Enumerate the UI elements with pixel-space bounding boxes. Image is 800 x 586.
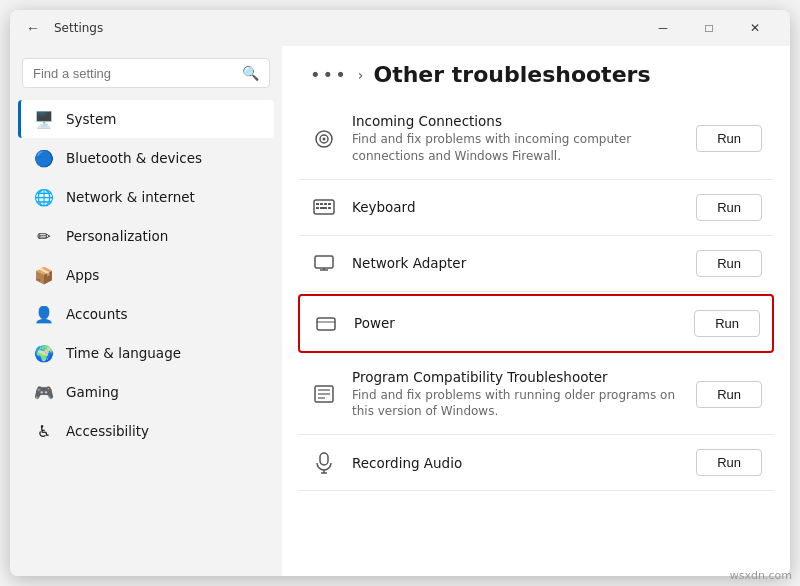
power-run-button[interactable]: Run xyxy=(694,310,760,337)
recording-audio-info: Recording Audio xyxy=(352,455,682,471)
troubleshooter-network-adapter: Network AdapterRun xyxy=(298,236,774,292)
breadcrumb-arrow: › xyxy=(358,67,364,83)
search-icon-button[interactable]: 🔍 xyxy=(242,65,259,81)
content-area: 🔍 🖥️System🔵Bluetooth & devices🌐Network &… xyxy=(10,46,790,576)
watermark: wsxdn.com xyxy=(730,569,792,582)
titlebar-left: ← Settings xyxy=(22,18,103,38)
accounts-icon: 👤 xyxy=(34,304,54,324)
breadcrumb-dots: ••• xyxy=(310,64,348,85)
incoming-icon xyxy=(310,128,338,150)
recording-audio-icon xyxy=(310,452,338,474)
sidebar-item-personalization[interactable]: ✏️Personalization xyxy=(18,217,274,255)
personalization-icon: ✏️ xyxy=(34,226,54,246)
incoming-desc: Find and fix problems with incoming comp… xyxy=(352,131,682,165)
search-input[interactable] xyxy=(33,66,242,81)
sidebar-item-network[interactable]: 🌐Network & internet xyxy=(18,178,274,216)
sidebar-label-personalization: Personalization xyxy=(66,228,168,244)
sidebar-item-gaming[interactable]: 🎮Gaming xyxy=(18,373,274,411)
svg-rect-9 xyxy=(320,207,327,209)
sidebar-label-time: Time & language xyxy=(66,345,181,361)
sidebar-label-gaming: Gaming xyxy=(66,384,119,400)
titlebar-controls: ─ □ ✕ xyxy=(640,12,778,44)
system-icon: 🖥️ xyxy=(34,109,54,129)
network-adapter-name: Network Adapter xyxy=(352,255,682,271)
program-compat-run-button[interactable]: Run xyxy=(696,381,762,408)
nav-list: 🖥️System🔵Bluetooth & devices🌐Network & i… xyxy=(10,100,282,450)
network-adapter-icon xyxy=(310,254,338,272)
sidebar-item-time[interactable]: 🌍Time & language xyxy=(18,334,274,372)
sidebar-label-bluetooth: Bluetooth & devices xyxy=(66,150,202,166)
svg-rect-4 xyxy=(316,203,319,205)
time-icon: 🌍 xyxy=(34,343,54,363)
sidebar-item-accessibility[interactable]: ♿Accessibility xyxy=(18,412,274,450)
page-title: Other troubleshooters xyxy=(373,62,650,87)
svg-rect-11 xyxy=(315,256,333,268)
gaming-icon: 🎮 xyxy=(34,382,54,402)
program-compat-info: Program Compatibility TroubleshooterFind… xyxy=(352,369,682,421)
apps-icon: 📦 xyxy=(34,265,54,285)
sidebar-item-system[interactable]: 🖥️System xyxy=(18,100,274,138)
sidebar-label-system: System xyxy=(66,111,116,127)
recording-audio-run-button[interactable]: Run xyxy=(696,449,762,476)
sidebar-item-apps[interactable]: 📦Apps xyxy=(18,256,274,294)
network-adapter-info: Network Adapter xyxy=(352,255,682,271)
program-compat-desc: Find and fix problems with running older… xyxy=(352,387,682,421)
svg-rect-6 xyxy=(324,203,327,205)
svg-rect-8 xyxy=(316,207,319,209)
titlebar: ← Settings ─ □ ✕ xyxy=(10,10,790,46)
svg-rect-5 xyxy=(320,203,323,205)
keyboard-run-button[interactable]: Run xyxy=(696,194,762,221)
troubleshooter-list: Incoming ConnectionsFind and fix problem… xyxy=(282,99,790,491)
troubleshooter-program-compat: Program Compatibility TroubleshooterFind… xyxy=(298,355,774,436)
sidebar: 🔍 🖥️System🔵Bluetooth & devices🌐Network &… xyxy=(10,46,282,576)
minimize-button[interactable]: ─ xyxy=(640,12,686,44)
incoming-info: Incoming ConnectionsFind and fix problem… xyxy=(352,113,682,165)
settings-window: ← Settings ─ □ ✕ 🔍 🖥️System🔵Bluetooth & … xyxy=(10,10,790,576)
sidebar-label-network: Network & internet xyxy=(66,189,195,205)
close-button[interactable]: ✕ xyxy=(732,12,778,44)
troubleshooter-power: PowerRun xyxy=(298,294,774,353)
bluetooth-icon: 🔵 xyxy=(34,148,54,168)
incoming-name: Incoming Connections xyxy=(352,113,682,129)
program-compat-name: Program Compatibility Troubleshooter xyxy=(352,369,682,385)
keyboard-name: Keyboard xyxy=(352,199,682,215)
svg-point-2 xyxy=(323,137,326,140)
keyboard-info: Keyboard xyxy=(352,199,682,215)
troubleshooter-incoming: Incoming ConnectionsFind and fix problem… xyxy=(298,99,774,180)
power-info: Power xyxy=(354,315,680,331)
keyboard-icon xyxy=(310,199,338,215)
sidebar-label-apps: Apps xyxy=(66,267,99,283)
sidebar-label-accessibility: Accessibility xyxy=(66,423,149,439)
accessibility-icon: ♿ xyxy=(34,421,54,441)
svg-rect-20 xyxy=(320,453,328,465)
recording-audio-name: Recording Audio xyxy=(352,455,682,471)
sidebar-label-accounts: Accounts xyxy=(66,306,128,322)
search-box[interactable]: 🔍 xyxy=(22,58,270,88)
page-header: ••• › Other troubleshooters xyxy=(282,46,790,99)
network-adapter-run-button[interactable]: Run xyxy=(696,250,762,277)
troubleshooter-keyboard: KeyboardRun xyxy=(298,180,774,236)
incoming-run-button[interactable]: Run xyxy=(696,125,762,152)
power-name: Power xyxy=(354,315,680,331)
svg-rect-7 xyxy=(328,203,331,205)
sidebar-item-accounts[interactable]: 👤Accounts xyxy=(18,295,274,333)
main-content: ••• › Other troubleshooters Incoming Con… xyxy=(282,46,790,576)
network-icon: 🌐 xyxy=(34,187,54,207)
window-title: Settings xyxy=(54,21,103,35)
power-icon xyxy=(312,314,340,332)
program-compat-icon xyxy=(310,384,338,404)
svg-rect-14 xyxy=(317,318,335,330)
svg-rect-10 xyxy=(328,207,331,209)
sidebar-item-bluetooth[interactable]: 🔵Bluetooth & devices xyxy=(18,139,274,177)
back-button[interactable]: ← xyxy=(22,18,44,38)
troubleshooter-recording-audio: Recording AudioRun xyxy=(298,435,774,491)
maximize-button[interactable]: □ xyxy=(686,12,732,44)
